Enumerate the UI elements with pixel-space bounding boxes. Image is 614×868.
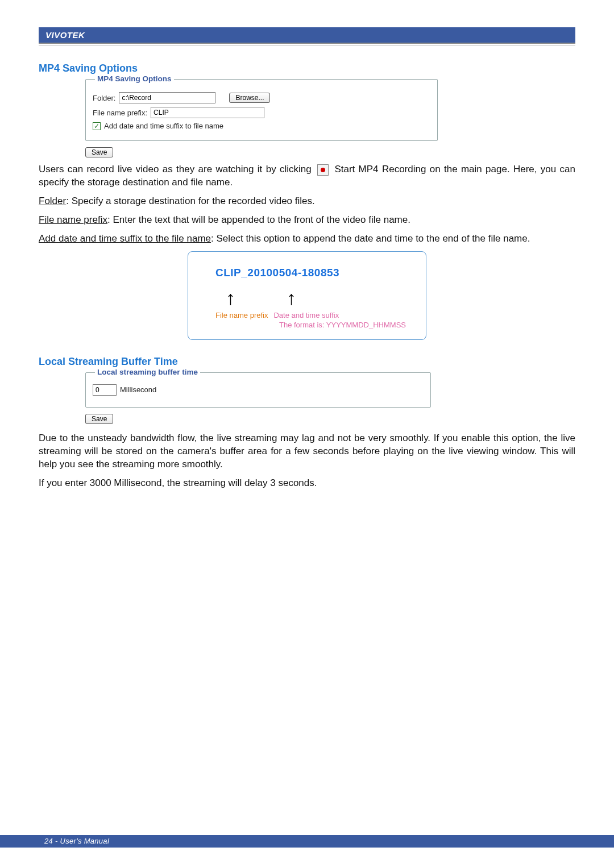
caption-suffix: Date and time suffix (273, 311, 339, 319)
buffer-screenshot: Local streaming buffer time Millisecond (85, 372, 575, 408)
suffix-checkbox[interactable]: ✓ (93, 122, 101, 130)
suffix-description: Add date and time suffix to the file nam… (39, 232, 575, 246)
filename-example: CLIP_20100504-180853 ↑ ↑ File name prefi… (188, 251, 426, 340)
prefix-label: File name prefix: (93, 109, 147, 117)
suffix-desc-t: : Select this option to append the date … (211, 233, 530, 244)
prefix-desc-u: File name prefix (39, 214, 107, 225)
save-button-buffer[interactable]: Save (85, 414, 113, 424)
folder-label: Folder: (93, 94, 115, 102)
record-icon (317, 164, 329, 176)
buffer-paragraph-1: Due to the unsteady bandwidth flow, the … (39, 432, 575, 471)
mp4-paragraph-1: Users can record live video as they are … (39, 163, 575, 189)
arrow-up-icon: ↑ (226, 288, 235, 308)
mp4-fieldset: MP4 Saving Options Folder: Browse... Fil… (85, 79, 438, 141)
prefix-input[interactable] (151, 107, 264, 118)
example-filename: CLIP_20100504-180853 (215, 267, 414, 279)
section-title-buffer: Local Streaming Buffer Time (39, 356, 575, 368)
mp4-screenshot: MP4 Saving Options Folder: Browse... Fil… (85, 79, 575, 141)
divider-thick (39, 43, 575, 44)
folder-description: Folder: Specify a storage destination fo… (39, 195, 575, 208)
prefix-description: File name prefix: Enter the text that wi… (39, 214, 575, 227)
folder-desc-t: : Specify a storage destination for the … (66, 196, 315, 206)
brand-bar: VIVOTEK (39, 27, 575, 43)
buffer-unit: Millisecond (120, 385, 156, 394)
caption-prefix: File name prefix (215, 311, 268, 319)
buffer-fieldset: Local streaming buffer time Millisecond (85, 372, 431, 408)
section-title-mp4: MP4 Saving Options (39, 63, 575, 74)
mp4-legend: MP4 Saving Options (95, 74, 174, 83)
browse-button[interactable]: Browse... (229, 93, 270, 103)
folder-desc-u: Folder (39, 196, 66, 206)
buffer-input[interactable] (93, 384, 117, 396)
caption-format: The format is: YYYYMMDD_HHMMSS (279, 321, 414, 329)
arrow-up-icon: ↑ (287, 288, 296, 308)
buffer-legend: Local streaming buffer time (95, 368, 200, 376)
suffix-checkbox-label: Add date and time suffix to file name (104, 122, 223, 130)
buffer-paragraph-2: If you enter 3000 Millisecond, the strea… (39, 477, 575, 490)
prefix-desc-t: : Enter the text that will be appended t… (107, 214, 410, 225)
save-button-mp4[interactable]: Save (85, 147, 113, 157)
page-footer: 24 - User's Manual (44, 837, 109, 845)
folder-input[interactable] (119, 92, 215, 103)
suffix-desc-u: Add date and time suffix to the file nam… (39, 233, 211, 244)
mp4-para1a: Users can record live video as they are … (39, 164, 312, 175)
